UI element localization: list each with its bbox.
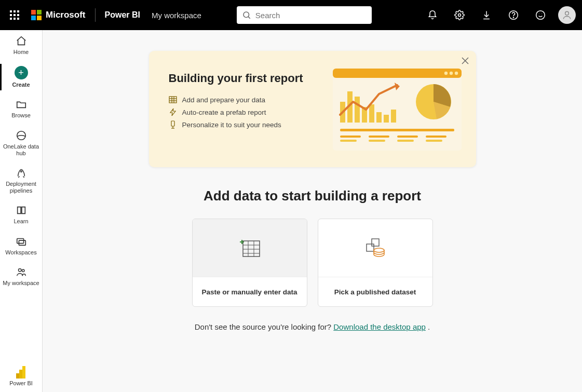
account-button[interactable] [558,6,576,24]
download-desktop-link[interactable]: Download the desktop app [333,322,426,331]
left-nav: Home + Create Browse OneLake data hub De… [0,30,43,392]
sidebar-item-label: Create [12,82,30,88]
svg-point-21 [565,11,569,15]
sidebar-item-label: Browse [11,112,31,119]
sidebar-item-label: Deployment pipelines [1,181,41,194]
svg-rect-28 [22,366,25,379]
sidebar-item-my-workspace[interactable]: My workspace [0,261,42,292]
banner-step-1: Add and prepare your data [169,96,321,104]
search-input[interactable] [255,11,367,20]
feedback-button[interactable] [529,4,552,26]
microsoft-logo: Microsoft [31,10,86,20]
bell-icon [427,10,438,20]
help-button[interactable] [502,4,525,26]
sidebar-item-create[interactable]: + Create [0,61,42,93]
svg-rect-3 [10,14,12,16]
main-content: Building your first report Add and prepa… [43,30,582,392]
sidebar-item-home[interactable]: Home [0,30,42,61]
download-icon [481,10,492,20]
microsoft-brand-text: Microsoft [46,10,86,20]
sidebar-item-browse[interactable]: Browse [0,93,42,124]
close-icon [462,57,469,64]
book-icon [16,205,27,216]
card-label: Pick a published dataset [318,277,432,306]
svg-rect-10 [37,10,42,15]
svg-rect-33 [169,97,177,103]
svg-rect-38 [171,121,174,126]
sidebar-item-learn[interactable]: Learn [0,199,42,230]
settings-button[interactable] [448,4,471,26]
download-button[interactable] [475,4,498,26]
svg-rect-63 [426,140,442,142]
rocket-icon [16,167,27,179]
folder-icon [16,99,27,110]
svg-rect-8 [17,18,19,20]
footer-suffix: . [426,322,430,331]
svg-rect-50 [369,104,374,123]
svg-rect-48 [355,97,360,123]
powerbi-icon [16,367,27,378]
people-icon [16,266,27,278]
svg-rect-51 [376,112,382,123]
sidebar-item-label: OneLake data hub [1,143,41,157]
table-icon [169,96,177,104]
svg-rect-53 [391,110,396,123]
lightning-icon [169,108,177,116]
first-report-banner: Building your first report Add and prepa… [149,51,476,167]
sidebar-item-label: Learn [13,218,28,225]
svg-rect-72 [372,239,379,246]
banner-illustration [330,65,465,156]
plus-circle-icon: + [15,66,28,79]
footer-prefix: Don't see the source you're looking for? [195,322,334,331]
smiley-icon [535,10,546,20]
paste-data-card[interactable]: Paste or manually enter data [192,219,307,307]
svg-point-17 [513,17,513,18]
sidebar-item-label: My workspace [3,280,39,287]
banner-step-text: Auto-create a prefab report [182,109,266,116]
svg-rect-11 [31,16,36,20]
svg-rect-0 [10,10,12,12]
svg-rect-9 [31,10,36,15]
svg-rect-58 [369,136,389,138]
svg-point-13 [243,12,249,18]
svg-rect-52 [384,115,389,123]
svg-rect-1 [13,10,16,12]
svg-rect-6 [10,18,12,20]
svg-point-74 [374,248,384,252]
header-divider [95,8,96,22]
banner-step-text: Add and prepare your data [182,96,266,104]
enter-data-icon [238,238,262,259]
svg-rect-61 [397,140,414,142]
search-box[interactable] [237,6,372,24]
svg-rect-59 [369,140,385,142]
app-launcher-button[interactable] [6,7,23,23]
sidebar-item-powerbi[interactable]: Power BI [0,361,42,392]
sidebar-item-onelake[interactable]: OneLake data hub [0,125,42,162]
svg-rect-24 [17,238,23,243]
published-dataset-card[interactable]: Pick a published dataset [318,219,433,307]
sidebar-item-label: Home [13,49,29,56]
svg-rect-62 [426,136,446,138]
svg-point-27 [22,269,24,272]
add-data-heading: Add data to start building a report [204,188,421,204]
svg-rect-7 [13,18,16,20]
data-option-cards: Paste or manually enter data Pick a publ… [192,219,433,307]
svg-rect-2 [17,10,19,12]
home-icon [16,35,27,47]
banner-step-text: Personalize it to suit your needs [182,121,281,129]
svg-rect-73 [367,244,374,251]
svg-rect-25 [19,240,25,245]
notifications-button[interactable] [421,4,444,26]
svg-point-44 [449,72,452,75]
sidebar-item-workspaces[interactable]: Workspaces [0,231,42,261]
svg-rect-60 [397,136,418,138]
footer-help-line: Don't see the source you're looking for?… [195,322,430,331]
banner-close-button[interactable] [462,57,469,66]
svg-rect-64 [243,241,260,256]
svg-point-18 [536,11,545,20]
workspaces-icon [16,236,27,247]
svg-point-26 [18,268,21,272]
sidebar-item-pipelines[interactable]: Deployment pipelines [0,162,42,199]
svg-rect-42 [333,69,462,78]
svg-rect-29 [19,370,22,379]
